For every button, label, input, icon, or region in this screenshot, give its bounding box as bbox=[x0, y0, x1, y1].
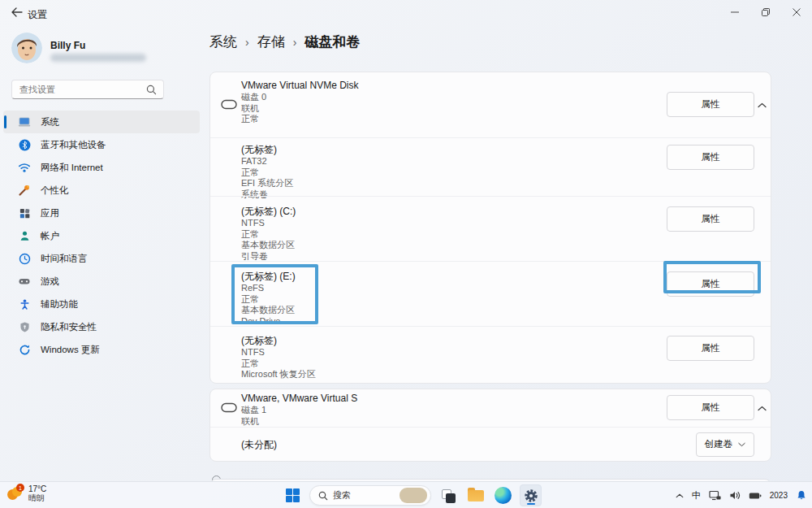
chevron-up-icon[interactable] bbox=[758, 102, 767, 108]
sync-icon bbox=[18, 343, 31, 356]
task-view-icon bbox=[438, 485, 459, 506]
close-button[interactable] bbox=[781, 0, 812, 24]
settings-search[interactable] bbox=[11, 80, 164, 99]
properties-button[interactable]: 属性 bbox=[667, 395, 754, 420]
sidebar-item-accessibility[interactable]: 辅助功能 bbox=[3, 293, 200, 315]
sidebar-item-label: 个性化 bbox=[41, 185, 69, 197]
minimize-button[interactable] bbox=[719, 0, 750, 24]
file-explorer-button[interactable] bbox=[464, 484, 486, 506]
taskbar-search[interactable]: 搜索 bbox=[309, 485, 431, 506]
volume-label: (无标签) (C:) bbox=[241, 205, 296, 218]
maximize-button[interactable] bbox=[750, 0, 781, 24]
volume-row-efi[interactable]: (无标签) FAT32 正常 EFI 系统分区 系统卷 属性 bbox=[210, 137, 771, 196]
start-button[interactable] bbox=[282, 484, 304, 506]
sidebar-item-time-language[interactable]: 时间和语言 bbox=[3, 247, 200, 270]
volume-detail: 正常 bbox=[241, 167, 293, 179]
properties-button[interactable]: 属性 bbox=[667, 206, 754, 232]
disk-detail: 正常 bbox=[241, 114, 358, 125]
edge-icon bbox=[495, 487, 512, 504]
accessibility-icon bbox=[18, 297, 31, 310]
sidebar-item-bluetooth[interactable]: 蓝牙和其他设备 bbox=[3, 133, 200, 156]
properties-button[interactable]: 属性 bbox=[667, 92, 754, 117]
titlebar: 设置 bbox=[0, 0, 812, 24]
disk-detail: 磁盘 1 bbox=[241, 405, 357, 416]
battery-icon[interactable] bbox=[749, 491, 762, 501]
cut-off-section bbox=[209, 474, 771, 481]
ime-indicator[interactable]: 中 bbox=[692, 489, 701, 501]
network-icon[interactable] bbox=[709, 490, 721, 501]
chevron-up-icon[interactable] bbox=[758, 406, 767, 411]
sidebar-item-label: 游戏 bbox=[41, 276, 59, 288]
back-button[interactable] bbox=[8, 4, 26, 20]
volume-detail: NTFS bbox=[241, 218, 296, 229]
sidebar-item-gaming[interactable]: 游戏 bbox=[3, 270, 200, 293]
disk-header-row[interactable]: VMware Virtual NVMe Disk 磁盘 0 联机 正常 属性 bbox=[210, 72, 771, 137]
profile-name: Billy Fu bbox=[50, 40, 85, 51]
disk-name: VMware, VMware Virtual S bbox=[241, 392, 357, 405]
sidebar-item-label: 应用 bbox=[41, 207, 59, 219]
disk-icon bbox=[221, 99, 237, 110]
task-view-button[interactable] bbox=[437, 484, 459, 506]
breadcrumb-storage[interactable]: 存储 bbox=[257, 33, 285, 51]
chevron-down-icon bbox=[738, 442, 745, 447]
brush-icon bbox=[18, 184, 31, 197]
disk-header-row[interactable]: VMware, VMware Virtual S 磁盘 1 联机 属性 bbox=[210, 389, 771, 427]
weather-sun-icon: 1 bbox=[6, 484, 24, 502]
avatar[interactable] bbox=[11, 33, 42, 63]
volume-row-recovery[interactable]: (无标签) NTFS 正常 Microsoft 恢复分区 属性 bbox=[210, 326, 771, 384]
unallocated-row[interactable]: (未分配) 创建卷 bbox=[210, 427, 771, 461]
sidebar-item-label: 时间和语言 bbox=[41, 253, 88, 265]
create-volume-button[interactable]: 创建卷 bbox=[696, 432, 755, 457]
disk-detail: 联机 bbox=[241, 416, 357, 428]
weather-temp: 17°C bbox=[28, 484, 46, 493]
close-icon bbox=[793, 8, 801, 16]
settings-taskbar-button[interactable] bbox=[520, 484, 542, 506]
sidebar-item-label: 系统 bbox=[41, 116, 59, 128]
page-title: 磁盘和卷 bbox=[304, 33, 360, 51]
sidebar-item-label: 隐私和安全性 bbox=[41, 321, 97, 333]
weather-widget[interactable]: 1 17°C 晴朗 bbox=[6, 484, 46, 502]
disk-name: VMware Virtual NVMe Disk bbox=[241, 79, 358, 92]
search-input[interactable] bbox=[12, 85, 146, 94]
gamepad-icon bbox=[18, 275, 31, 288]
volume-row-c[interactable]: (无标签) (C:) NTFS 正常 基本数据分区 引导卷 属性 bbox=[210, 196, 771, 261]
volume-icon[interactable] bbox=[729, 490, 741, 501]
volume-detail: 基本数据分区 bbox=[241, 240, 296, 251]
sidebar-item-label: 帐户 bbox=[41, 230, 59, 242]
volume-detail: EFI 系统分区 bbox=[241, 178, 293, 189]
weather-condition: 晴朗 bbox=[28, 493, 46, 502]
sidebar-item-accounts[interactable]: 帐户 bbox=[3, 224, 200, 247]
sidebar-item-windows-update[interactable]: Windows 更新 bbox=[3, 338, 200, 361]
search-highlight-image[interactable] bbox=[400, 488, 427, 503]
sidebar-item-system[interactable]: 系统 bbox=[3, 111, 200, 133]
back-arrow-icon bbox=[11, 7, 23, 17]
properties-button[interactable]: 属性 bbox=[667, 336, 754, 361]
app-title: 设置 bbox=[28, 8, 47, 22]
sidebar-item-network[interactable]: 网络和 Internet bbox=[3, 156, 200, 179]
gear-icon bbox=[523, 488, 539, 504]
notification-bell-icon[interactable] bbox=[796, 489, 807, 501]
clock-date[interactable]: 2023 bbox=[770, 491, 788, 500]
sidebar-nav: 系统 蓝牙和其他设备 网络和 Internet 个性化 应用 帐户 bbox=[3, 111, 200, 361]
restore-icon bbox=[762, 8, 770, 16]
search-icon[interactable] bbox=[146, 85, 157, 95]
tray-chevron-up[interactable] bbox=[676, 493, 684, 498]
profile-email-redacted bbox=[50, 54, 146, 62]
volume-detail: Microsoft 恢复分区 bbox=[241, 369, 316, 380]
breadcrumb-separator: › bbox=[245, 36, 249, 49]
sidebar-item-personalization[interactable]: 个性化 bbox=[3, 179, 200, 202]
volume-label: (无标签) bbox=[241, 143, 293, 156]
sidebar-item-privacy[interactable]: 隐私和安全性 bbox=[3, 315, 200, 338]
properties-button[interactable]: 属性 bbox=[667, 145, 754, 170]
annotation-box-devdrive-text bbox=[231, 264, 318, 324]
volume-detail: FAT32 bbox=[241, 156, 293, 167]
sidebar-item-apps[interactable]: 应用 bbox=[3, 202, 200, 224]
weather-badge: 1 bbox=[16, 484, 24, 492]
breadcrumb-system[interactable]: 系统 bbox=[209, 33, 237, 51]
folder-icon bbox=[468, 490, 484, 501]
sidebar-item-label: 辅助功能 bbox=[41, 298, 78, 310]
create-volume-label: 创建卷 bbox=[705, 438, 733, 450]
sidebar-item-label: 蓝牙和其他设备 bbox=[41, 139, 106, 151]
edge-button[interactable] bbox=[492, 484, 514, 506]
system-tray: 中 2023 bbox=[676, 482, 807, 508]
